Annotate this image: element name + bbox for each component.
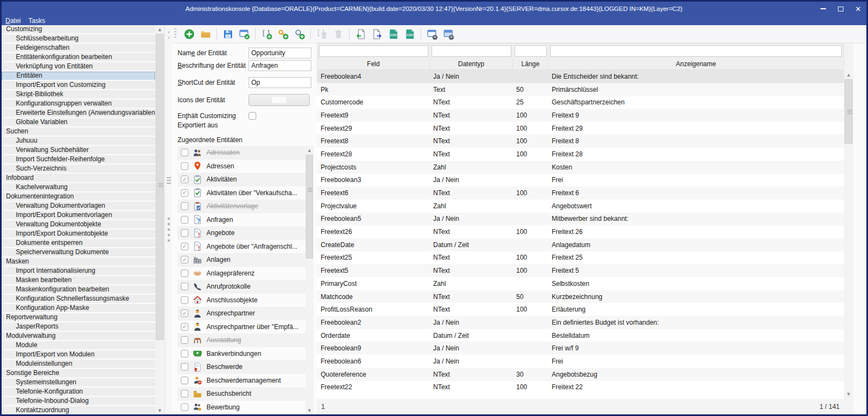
table-row[interactable]: Freeboolean2Ja / NeinEin definiertes Bud… bbox=[317, 316, 844, 329]
table-row[interactable]: Freetext28NText100Freitext 28 bbox=[317, 148, 844, 161]
sidebar-item[interactable]: Entitäten bbox=[2, 72, 155, 81]
table-row[interactable]: Freetext8NText100Freitext 8 bbox=[317, 134, 844, 148]
sidebar-item[interactable]: Erweiterte Einstellungen (Anwendungsvari… bbox=[2, 109, 155, 118]
sidebar-item[interactable]: Dokumente entsperren bbox=[2, 239, 155, 248]
table-row[interactable]: Freetext25NText100Freitext 25 bbox=[317, 251, 844, 265]
assigned-entity-row[interactable]: ✓Ansprechpartner über "Empfä... bbox=[178, 320, 305, 334]
sidebar-item[interactable]: Verwaltung Dokumentvorlagen bbox=[2, 202, 155, 211]
sidebar-item[interactable]: Import/Export Dokumentobjekte bbox=[2, 230, 155, 239]
assigned-entity-row[interactable]: Bewerbung bbox=[178, 401, 305, 414]
filter-input-länge[interactable] bbox=[515, 45, 547, 57]
sidebar-item[interactable]: Konfiguration App-Maske bbox=[2, 304, 155, 313]
sidebar-item[interactable]: Feldeigenschaften bbox=[2, 44, 155, 53]
table-row[interactable]: Freeboolean5Ja / NeinMitbewerber sind be… bbox=[317, 213, 844, 226]
entities-scrollbar[interactable]: ▲ ▼ bbox=[305, 146, 314, 414]
sidebar-item[interactable]: Globale Variablen bbox=[2, 118, 155, 127]
table-row[interactable]: Freetext26NText100Freitext 26 bbox=[317, 225, 844, 238]
table-row[interactable]: Freeboolean9Ja / NeinFrei w/f 9 bbox=[317, 342, 844, 355]
assigned-entity-row[interactable]: Bankverbindungen bbox=[178, 347, 305, 361]
sidebar-scrollbar[interactable]: ▲ ▼ bbox=[155, 25, 164, 414]
sidebar-item[interactable]: Verknüpfung von Entitäten bbox=[2, 62, 155, 72]
sidebar-item[interactable]: Verwaltung Dokumentobjekte bbox=[2, 220, 155, 230]
new-button[interactable] bbox=[181, 26, 197, 42]
assigned-entity-row[interactable]: Anrufprotokolle bbox=[178, 280, 305, 294]
table-row[interactable]: CustomercodeNText25Geschäftspartnerzeich… bbox=[317, 96, 844, 109]
csv-export-button[interactable]: CSV bbox=[401, 26, 418, 42]
sidebar-item[interactable]: Maskenkonfiguration bearbeiten bbox=[2, 285, 155, 295]
scroll-down-icon[interactable]: ▼ bbox=[305, 406, 314, 414]
entity-shortcut-input[interactable] bbox=[249, 77, 311, 88]
table-row[interactable]: OrderdateDatum / ZeitBestelldatum bbox=[317, 329, 844, 342]
add-field-button[interactable] bbox=[258, 26, 275, 42]
table-row[interactable]: ProfitLossReasonNText100Erläuterung bbox=[317, 303, 844, 316]
scrollbar-thumb[interactable] bbox=[306, 155, 313, 259]
sidebar-splitter[interactable]: ‹› bbox=[164, 25, 172, 414]
sidebar-item[interactable]: Module bbox=[2, 341, 155, 350]
menu-tasks[interactable]: Tasks bbox=[28, 17, 45, 25]
close-button[interactable]: ✕ bbox=[853, 4, 863, 14]
scroll-down-icon[interactable]: ▼ bbox=[844, 390, 853, 398]
assigned-entity-row[interactable]: Adressaten bbox=[178, 146, 305, 160]
entity-checkbox[interactable]: ✓ bbox=[181, 175, 188, 183]
entity-checkbox[interactable] bbox=[181, 350, 188, 358]
sidebar-item[interactable]: Reportverwaltung bbox=[2, 313, 155, 323]
sidebar-item[interactable]: Dokumentenintegration bbox=[2, 192, 155, 202]
sidebar-item[interactable]: Import Suchfelder-Reihenfolge bbox=[2, 155, 155, 165]
table-row[interactable]: CreateDateDatum / ZeitAnlagedatum bbox=[317, 238, 844, 251]
add-search-button[interactable] bbox=[291, 26, 308, 42]
sidebar-item[interactable]: Infoboard bbox=[2, 174, 155, 183]
entity-checkbox[interactable] bbox=[181, 149, 188, 156]
entity-name-input[interactable] bbox=[249, 48, 311, 58]
open-button[interactable] bbox=[197, 26, 214, 42]
sidebar-item[interactable]: Masken bbox=[2, 257, 155, 267]
sidebar-item[interactable]: Kontaktzuordnung bbox=[2, 406, 155, 414]
minimize-button[interactable] bbox=[818, 4, 828, 14]
column-header-länge[interactable]: Länge bbox=[513, 58, 548, 69]
column-header-feld[interactable]: Feld bbox=[317, 58, 430, 69]
table-row[interactable]: Freetext29NText100Freitext 29 bbox=[317, 122, 844, 135]
sidebar-item[interactable]: Telefonie-Inbound-Dialog bbox=[2, 397, 155, 406]
import-button[interactable] bbox=[352, 26, 369, 42]
sidebar-item[interactable]: Juhuuu bbox=[2, 137, 155, 146]
sidebar-item[interactable]: Import/Export von Modulen bbox=[2, 350, 155, 360]
entity-checkbox[interactable] bbox=[181, 403, 188, 411]
entity-checkbox[interactable]: ✓ bbox=[181, 323, 188, 331]
assigned-entity-row[interactable]: Anlagepräferenz bbox=[178, 267, 305, 280]
maximize-button[interactable] bbox=[836, 4, 846, 14]
collapse-expand-icons[interactable]: ‹› bbox=[165, 30, 173, 40]
assigned-entity-row[interactable]: Ausstattung bbox=[178, 333, 305, 347]
add-key-button[interactable] bbox=[275, 26, 291, 42]
entity-checkbox[interactable] bbox=[181, 296, 188, 304]
scroll-up-icon[interactable]: ▲ bbox=[305, 146, 314, 154]
entity-checkbox[interactable] bbox=[181, 269, 188, 277]
menu-datei[interactable]: Datei bbox=[5, 17, 21, 25]
entity-checkbox[interactable] bbox=[181, 363, 188, 371]
entity-checkbox[interactable] bbox=[181, 390, 188, 397]
sidebar-item[interactable]: Systemeinstellungen bbox=[2, 378, 155, 388]
entity-checkbox[interactable] bbox=[181, 283, 188, 290]
sidebar-item[interactable]: Masken bearbeiten bbox=[2, 276, 155, 285]
scroll-down-icon[interactable]: ▼ bbox=[155, 406, 164, 414]
scroll-up-icon[interactable]: ▲ bbox=[155, 25, 164, 33]
entity-checkbox[interactable] bbox=[181, 229, 188, 237]
sidebar-item[interactable]: JasperReports bbox=[2, 323, 155, 332]
sidebar-item[interactable]: Sonstige Bereiche bbox=[2, 369, 155, 378]
sidebar-item[interactable]: Import Internationalisierung bbox=[2, 267, 155, 276]
entity-checkbox[interactable]: ✓ bbox=[181, 256, 188, 263]
table-row[interactable]: QuotereferenceNText30Angebotsbezug bbox=[317, 368, 844, 381]
sidebar-item[interactable]: Customizing bbox=[2, 25, 155, 34]
assigned-entity-row[interactable]: Anschlussobjekte bbox=[178, 294, 305, 307]
sidebar-item[interactable]: Konfigurationsgruppen verwalten bbox=[2, 99, 155, 109]
assigned-entity-row[interactable]: ✓Anlagen bbox=[178, 253, 305, 267]
table-row[interactable]: MatchcodeNText50Kurzbezeichnung bbox=[317, 290, 844, 303]
filter-input-datentyp[interactable] bbox=[432, 45, 511, 57]
table-row[interactable]: Freetext22NText100Freitext 22 bbox=[317, 381, 844, 394]
table-row[interactable]: PkText50Primärschlüssel bbox=[317, 83, 844, 96]
assigned-entity-row[interactable]: ✓!Angebote über "Anfragenschl... bbox=[178, 240, 305, 254]
sidebar-item[interactable]: Verwaltung Suchbehälter bbox=[2, 146, 155, 155]
table-row[interactable]: Freetext6NText100Freitext 6 bbox=[317, 186, 844, 200]
sidebar-item[interactable]: Skript-Bibliothek bbox=[2, 90, 155, 99]
sidebar-item[interactable]: Schlüsselbearbeitung bbox=[2, 34, 155, 44]
entity-icons-button[interactable] bbox=[249, 94, 310, 106]
table-row[interactable]: Freeboolean6Ja / NeinFrei bbox=[317, 355, 844, 368]
